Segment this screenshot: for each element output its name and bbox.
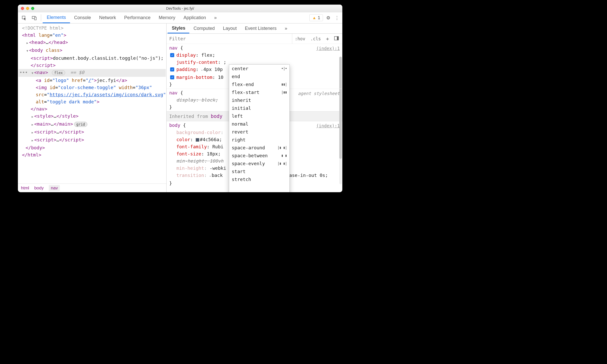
align-icon: ▮▮|	[281, 81, 287, 88]
dom-html-open[interactable]: <html lang="en">	[18, 32, 166, 39]
dd-option[interactable]: space-around|▮ ▮|	[229, 144, 289, 152]
align-icon: •|•	[281, 65, 287, 72]
expand-icon[interactable]: ▶	[26, 40, 29, 47]
checkbox-icon[interactable]: ✓	[170, 53, 174, 57]
expand-icon[interactable]: ▶	[31, 121, 34, 128]
ua-source: agent stylesheet	[298, 90, 340, 97]
tab-elements[interactable]: Elements	[43, 12, 70, 23]
crumb-nav[interactable]: nav	[49, 185, 60, 191]
elements-panel: <!DOCTYPE html> <html lang="en"> ▶<head>…	[18, 23, 167, 192]
layout-badge-flex[interactable]: flex	[52, 70, 65, 75]
dom-script2[interactable]: ▶<script>…</script>	[18, 136, 166, 144]
styles-subtabs: Styles Computed Layout Event Listeners »	[167, 23, 342, 34]
dd-option[interactable]: left	[229, 112, 289, 120]
tab-network[interactable]: Network	[95, 12, 120, 23]
dd-option[interactable]: space-between▮ ▮	[229, 152, 289, 160]
align-icon: ▮ ▮	[281, 152, 287, 159]
color-swatch-icon[interactable]	[196, 138, 199, 142]
settings-icon[interactable]: ⚙	[324, 12, 333, 23]
collapse-icon[interactable]: ▼	[26, 47, 29, 55]
dd-option[interactable]: center•|•	[229, 65, 289, 72]
tab-memory[interactable]: Memory	[155, 12, 179, 23]
warning-icon: ▲	[312, 16, 316, 20]
new-rule-button[interactable]: +	[323, 36, 332, 42]
subtab-computed[interactable]: Computed	[189, 23, 219, 33]
dd-option[interactable]: initial	[229, 104, 289, 112]
layout-badge-grid[interactable]: grid	[74, 122, 87, 127]
dom-nav-close[interactable]: </nav>	[18, 105, 166, 113]
subtab-layout[interactable]: Layout	[219, 23, 241, 33]
crumb-body[interactable]: body	[34, 186, 44, 191]
device-toggle-icon[interactable]	[29, 12, 39, 23]
tab-performance[interactable]: Performance	[120, 12, 155, 23]
checkbox-icon[interactable]: ✓	[170, 67, 174, 71]
collapse-icon[interactable]: ▼	[31, 70, 34, 77]
subtab-styles[interactable]: Styles	[168, 23, 189, 33]
dd-option[interactable]: end	[229, 72, 289, 80]
cls-button[interactable]: .cls	[308, 36, 323, 41]
dd-option[interactable]: flex-start|▮▮	[229, 88, 289, 96]
align-icon: |▮ ▮|	[277, 144, 287, 151]
dom-body-close[interactable]: </body>	[18, 144, 166, 151]
styles-list[interactable]: (index):1 nav { ✓display: flex; justify-…	[167, 44, 342, 192]
expand-icon[interactable]: ▸	[201, 69, 203, 71]
dd-option[interactable]: inherit	[229, 96, 289, 104]
dom-img[interactable]: <img id="color-scheme-toggle" width="36p…	[18, 84, 166, 105]
devtools-window: DevTools - jec.fyi/ Elements Console Net…	[18, 5, 342, 192]
source-link[interactable]: (index):1	[316, 122, 340, 129]
inspect-icon[interactable]	[19, 12, 29, 23]
dom-head[interactable]: ▶<head>…</head>	[18, 39, 166, 47]
window-title: DevTools - jec.fyi/	[18, 6, 342, 10]
dom-script-inline[interactable]: <script>document.body.classList.toggle("…	[18, 55, 166, 69]
dom-doctype[interactable]: <!DOCTYPE html>	[18, 25, 166, 32]
dd-option[interactable]: flex-end▮▮|	[229, 80, 289, 88]
titlebar: DevTools - jec.fyi/	[18, 5, 342, 12]
tab-application[interactable]: Application	[179, 12, 210, 23]
hov-button[interactable]: :hov	[292, 36, 308, 41]
dd-option[interactable]: revert	[229, 128, 289, 136]
dd-option[interactable]: space-evenly|▮ ▮|	[229, 160, 289, 167]
prop-display[interactable]: ✓display: flex;	[169, 52, 340, 59]
dom-style[interactable]: ▶<style>…</style>	[18, 113, 166, 120]
main-toolbar: Elements Console Network Performance Mem…	[18, 12, 342, 23]
breadcrumb: html body nav	[18, 184, 166, 192]
dom-nav-selected[interactable]: ••• ▼<nav> flex == $0	[18, 69, 166, 77]
svg-rect-4	[337, 37, 338, 40]
crumb-html[interactable]: html	[21, 186, 29, 191]
warning-count: 1	[318, 16, 320, 20]
tabs-overflow[interactable]: »	[210, 12, 221, 23]
styles-panel: Styles Computed Layout Event Listeners »…	[167, 23, 342, 192]
dom-a-logo[interactable]: <a id="logo" href="/">jec.fyi</a>	[18, 77, 166, 84]
expand-icon[interactable]: ▶	[31, 113, 34, 120]
expand-icon[interactable]: ▸	[209, 175, 211, 177]
filter-bar: :hov .cls +	[167, 34, 342, 44]
checkbox-icon[interactable]: ✓	[170, 75, 174, 79]
expand-icon[interactable]: ▶	[31, 129, 34, 136]
menu-icon[interactable]: ⋮	[333, 12, 341, 23]
svg-rect-2	[34, 17, 36, 20]
dom-script1[interactable]: ▶<script>…</script>	[18, 128, 166, 136]
dd-option[interactable]: start	[229, 167, 289, 175]
separator	[41, 14, 41, 21]
dom-html-close[interactable]: </html>	[18, 151, 166, 159]
tab-console[interactable]: Console	[70, 12, 95, 23]
warnings-badge[interactable]: ▲ 1	[309, 14, 323, 21]
dom-body-open[interactable]: ▼<body class>	[18, 47, 166, 55]
dd-option[interactable]: normal	[229, 120, 289, 128]
dom-main[interactable]: ▶<main>…</main>grid	[18, 120, 166, 128]
align-icon: |▮▮	[281, 89, 287, 96]
align-icon: |▮ ▮|	[277, 160, 287, 167]
source-link[interactable]: (index):1	[316, 45, 340, 52]
autocomplete-dropdown[interactable]: center•|• end flex-end▮▮| flex-start|▮▮ …	[229, 64, 290, 192]
console-ref: == $0	[71, 70, 84, 75]
subtab-event-listeners[interactable]: Event Listeners	[241, 23, 281, 33]
sidebar-toggle-icon[interactable]	[332, 36, 341, 41]
dd-option[interactable]: right	[229, 136, 289, 144]
subtabs-overflow[interactable]: »	[281, 23, 291, 33]
expand-icon[interactable]: ▶	[31, 137, 34, 144]
dom-tree[interactable]: <!DOCTYPE html> <html lang="en"> ▶<head>…	[18, 23, 166, 184]
dd-option[interactable]: stretch	[229, 175, 289, 183]
filter-input[interactable]	[167, 34, 292, 44]
selected-indicator-icon: •••	[18, 69, 28, 76]
